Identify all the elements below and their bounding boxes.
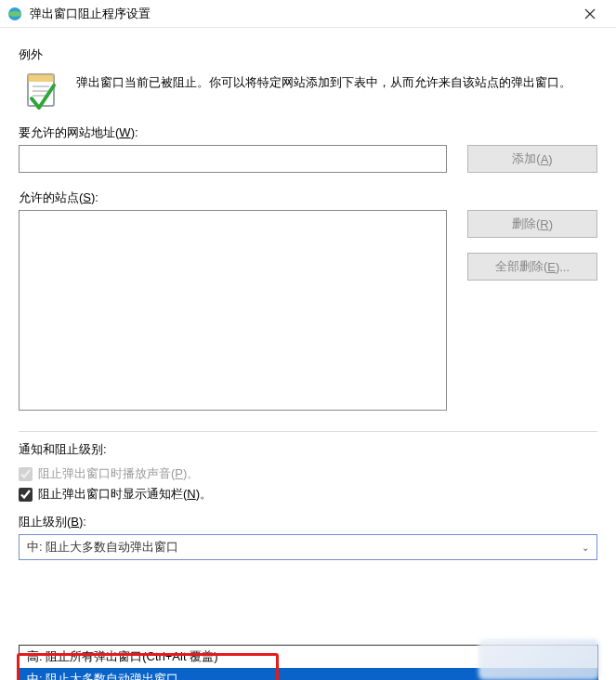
window-title: 弹出窗口阻止程序设置 bbox=[30, 6, 571, 22]
allowed-sites-listbox[interactable] bbox=[19, 210, 447, 411]
play-sound-label: 阻止弹出窗口时播放声音(P)。 bbox=[38, 465, 199, 482]
notify-heading: 通知和阻止级别: bbox=[19, 441, 597, 458]
svg-rect-5 bbox=[28, 74, 54, 82]
play-sound-checkbox[interactable] bbox=[19, 467, 33, 481]
document-check-icon bbox=[22, 71, 63, 111]
add-button[interactable]: 添加(A) bbox=[467, 145, 597, 173]
website-url-input[interactable] bbox=[19, 145, 447, 173]
play-sound-checkbox-row[interactable]: 阻止弹出窗口时播放声音(P)。 bbox=[19, 465, 597, 482]
show-infobar-checkbox[interactable] bbox=[19, 488, 33, 502]
remove-button[interactable]: 删除(R) bbox=[467, 210, 597, 238]
remove-all-button[interactable]: 全部删除(E)... bbox=[467, 253, 597, 281]
svg-point-1 bbox=[8, 11, 21, 17]
close-icon bbox=[584, 8, 596, 20]
allowed-sites-label: 允许的站点(S): bbox=[19, 190, 597, 206]
blocking-level-selected: 中: 阻止大多数自动弹出窗口 bbox=[27, 539, 178, 556]
blocking-level-combobox[interactable]: 中: 阻止大多数自动弹出窗口 ⌄ bbox=[19, 534, 597, 560]
section-divider bbox=[19, 431, 597, 432]
exceptions-description-row: 弹出窗口当前已被阻止。你可以将特定网站添加到下表中，从而允许来自该站点的弹出窗口… bbox=[19, 71, 597, 111]
close-button[interactable] bbox=[571, 1, 609, 27]
show-infobar-checkbox-row[interactable]: 阻止弹出窗口时显示通知栏(N)。 bbox=[19, 486, 597, 503]
show-infobar-label: 阻止弹出窗口时显示通知栏(N)。 bbox=[38, 486, 212, 503]
internet-options-icon bbox=[7, 7, 22, 21]
exceptions-description: 弹出窗口当前已被阻止。你可以将特定网站添加到下表中，从而允许来自该站点的弹出窗口… bbox=[76, 71, 571, 93]
title-bar: 弹出窗口阻止程序设置 bbox=[0, 0, 616, 28]
blurred-region bbox=[478, 639, 599, 680]
blocking-level-label: 阻止级别(B): bbox=[19, 514, 597, 530]
chevron-down-icon: ⌄ bbox=[582, 543, 589, 553]
url-field-label: 要允许的网站地址(W): bbox=[19, 124, 597, 141]
dialog-content: 例外 弹出窗口当前已被阻止。你可以将特定网站添加到下表中，从而允许来自该站点的弹… bbox=[0, 28, 616, 680]
exceptions-heading: 例外 bbox=[19, 46, 597, 63]
